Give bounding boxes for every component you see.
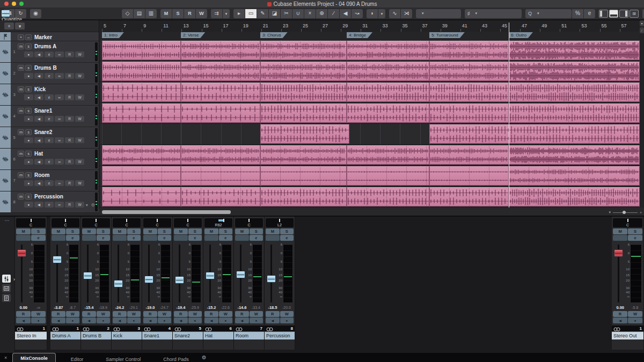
audio-event[interactable] xyxy=(181,166,260,186)
listen-button[interactable] xyxy=(82,235,96,241)
audio-event[interactable] xyxy=(347,83,429,102)
monitor-button[interactable]: ◀ xyxy=(34,137,43,143)
record-enable-button[interactable]: ● xyxy=(280,317,294,323)
mute-all-button[interactable]: M xyxy=(160,9,172,18)
track-row-hat[interactable]: 6msHat●◀e∞RW xyxy=(0,149,99,170)
read-automation-button[interactable]: R xyxy=(82,311,96,317)
fader-value[interactable]: -24.2 xyxy=(113,305,127,310)
snap-to-zero-crossing-button[interactable]: ∿ xyxy=(389,9,400,18)
solo-button[interactable]: S xyxy=(628,228,642,234)
edit-channel-button[interactable]: e xyxy=(45,73,54,79)
autoscroll-button[interactable]: ⇉ xyxy=(211,9,222,18)
channel-name[interactable]: Percussion xyxy=(265,331,295,339)
audio-event[interactable] xyxy=(429,166,509,186)
audio-event[interactable] xyxy=(347,166,429,186)
quantize-preset-select[interactable]: ♯Use Quantize▾ xyxy=(465,9,522,18)
channel-name[interactable]: Snare1 xyxy=(142,331,172,339)
lower-zone-toggle[interactable] xyxy=(609,10,618,18)
solo-button[interactable]: S xyxy=(97,228,111,234)
read-all-button[interactable]: R xyxy=(184,9,195,18)
left-zone-toggle[interactable] xyxy=(599,10,608,18)
add-marker-button[interactable]: + xyxy=(18,34,24,40)
volume-fader[interactable] xyxy=(267,275,276,283)
track-list-footer-menu[interactable]: ▾ xyxy=(86,203,88,208)
listen-button[interactable] xyxy=(266,235,280,241)
fader-value[interactable]: 0.00 xyxy=(16,305,31,310)
marker-flag[interactable]: 6: Outro xyxy=(509,32,533,38)
audio-event[interactable] xyxy=(260,83,347,102)
track-visibility-button[interactable]: ▤ xyxy=(134,9,145,18)
record-enable-button[interactable]: ● xyxy=(97,317,111,323)
monitor-button[interactable]: ◀ xyxy=(34,180,43,186)
read-automation-button[interactable]: R xyxy=(65,180,74,186)
solo-button[interactable]: S xyxy=(31,228,46,234)
record-enable-button[interactable]: ● xyxy=(24,94,33,100)
autoscroll-menu[interactable]: ▾ xyxy=(223,9,230,18)
write-automation-button[interactable]: W xyxy=(75,51,84,57)
record-enable-button[interactable]: ● xyxy=(24,51,33,57)
edit-channel-button[interactable]: e xyxy=(127,235,141,241)
channel-link-button[interactable]: ∞ xyxy=(55,180,64,186)
edit-channel-button[interactable]: e xyxy=(45,180,54,186)
lower-zone-setup-icon[interactable]: ⚙ xyxy=(202,354,207,360)
write-automation-button[interactable]: W xyxy=(127,311,141,317)
monitor-button[interactable]: ◀ xyxy=(174,317,188,323)
audio-event[interactable] xyxy=(260,166,347,186)
split-tool[interactable]: ✂ xyxy=(281,9,292,18)
line-tool[interactable]: ∕ xyxy=(328,9,339,18)
mixer-page-button[interactable] xyxy=(2,275,11,283)
zoom-controls[interactable]: ▾ + xyxy=(609,210,642,215)
show-markers-button[interactable]: ◇ xyxy=(122,9,133,18)
volume-fader[interactable] xyxy=(144,276,153,283)
fader-value[interactable]: -19.0 xyxy=(143,305,157,310)
timeline-ruler[interactable]: 5791113151719212325272931333537394143454… xyxy=(100,20,640,32)
volume-fader[interactable] xyxy=(83,272,92,279)
record-enable-button[interactable]: ● xyxy=(24,180,33,186)
audio-event[interactable] xyxy=(102,145,181,165)
tab-mixconsole[interactable]: MixConsole xyxy=(12,353,56,362)
record-enable-button[interactable]: ● xyxy=(24,73,33,79)
tab-editor[interactable]: Editor xyxy=(63,356,91,362)
channel-link-button[interactable]: ∞ xyxy=(55,137,64,143)
fader-value[interactable]: -18.5 xyxy=(266,305,280,310)
meter-bridge-button[interactable] xyxy=(2,284,11,292)
draw-tool[interactable]: ✎ xyxy=(257,9,268,18)
audio-event[interactable] xyxy=(102,62,181,81)
record-enable-button[interactable]: ● xyxy=(158,317,172,323)
track-row-drums-a[interactable]: 1msDrums A●◀e∞RW xyxy=(0,41,99,63)
audio-event[interactable] xyxy=(181,83,260,102)
read-automation-button[interactable]: R xyxy=(204,311,218,317)
solo-button[interactable]: S xyxy=(158,228,172,234)
solo-button[interactable]: s xyxy=(25,86,32,92)
snap-button[interactable]: ⋊ xyxy=(401,9,412,18)
monitor-button[interactable]: ◀ xyxy=(34,94,43,100)
solo-button[interactable]: S xyxy=(250,228,264,234)
audio-event[interactable] xyxy=(260,104,347,123)
record-enable-button[interactable]: ● xyxy=(127,317,141,323)
ruler-pencil-icon[interactable]: ∕ xyxy=(640,27,644,33)
monitor-button[interactable]: ◀ xyxy=(143,317,157,323)
listen-button[interactable] xyxy=(235,235,249,241)
solo-button[interactable]: s xyxy=(25,129,32,135)
pan-control[interactable]: C xyxy=(113,218,141,227)
mute-button[interactable]: m xyxy=(18,151,24,157)
edit-channel-button[interactable]: e xyxy=(628,235,642,241)
audio-event[interactable] xyxy=(102,104,181,123)
solo-button[interactable]: s xyxy=(25,108,32,114)
pan-control[interactable]: C xyxy=(82,218,110,227)
channel-link-button[interactable]: ∞ xyxy=(55,159,64,165)
pan-control[interactable]: C xyxy=(235,218,263,227)
read-automation-button[interactable]: R xyxy=(266,311,280,317)
monitor-button[interactable]: ◀ xyxy=(613,317,627,323)
setup-window-layout-button[interactable]: ⊞ xyxy=(630,10,639,18)
fader-value[interactable]: -3.87 xyxy=(52,305,65,310)
audio-event[interactable] xyxy=(181,145,260,165)
volume-fader[interactable] xyxy=(614,249,623,257)
marker-flag[interactable]: 4: Bridge xyxy=(347,32,372,38)
record-enable-button[interactable]: ● xyxy=(188,317,202,323)
edit-channel-button[interactable]: e xyxy=(31,235,46,241)
track-row-room[interactable]: 7msRoom●◀e∞RW xyxy=(0,170,99,191)
mute-button[interactable]: M xyxy=(52,228,65,234)
write-automation-button[interactable]: W xyxy=(280,311,294,317)
fader-value[interactable]: 0.00 xyxy=(613,305,628,310)
